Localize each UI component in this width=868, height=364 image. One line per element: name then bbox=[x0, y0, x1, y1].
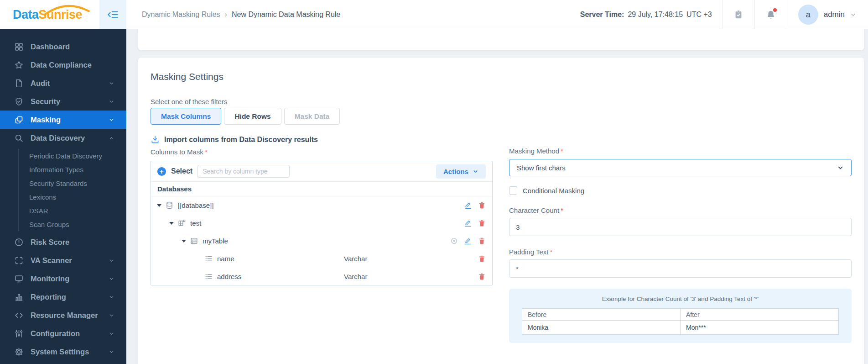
server-time-label: Server Time: bbox=[580, 11, 624, 19]
conditional-masking-checkbox-row[interactable]: Conditional Masking bbox=[509, 186, 852, 195]
conditional-masking-label: Conditional Masking bbox=[523, 187, 584, 195]
edit-icon[interactable] bbox=[464, 201, 472, 210]
actions-button[interactable]: Actions bbox=[436, 164, 486, 179]
chevron-down-icon bbox=[109, 258, 114, 264]
sidebar-item-security[interactable]: Security bbox=[0, 92, 126, 111]
server-time-value: 29 July, 17:48:15 bbox=[628, 11, 683, 19]
data-discovery-submenu: Periodic Data Discovery Information Type… bbox=[18, 149, 126, 231]
sidebar-item-risk-score[interactable]: Risk Score bbox=[0, 233, 126, 251]
sidebar: Dashboard Data Compliance Audit Security bbox=[0, 29, 126, 364]
row-actions bbox=[478, 273, 486, 280]
sidebar-item-security-standards[interactable]: Security Standards bbox=[19, 176, 126, 190]
breadcrumb-separator: › bbox=[225, 11, 227, 19]
sidebar-item-dsar[interactable]: DSAR bbox=[19, 204, 126, 217]
sidebar-item-monitoring[interactable]: Monitoring bbox=[0, 269, 126, 288]
sidebar-item-label: Dashboard bbox=[31, 42, 70, 51]
filter-button-group: Mask Columns Hide Rows Mask Data bbox=[151, 108, 340, 125]
column-icon bbox=[204, 254, 213, 263]
tree-node-name: address bbox=[217, 273, 241, 280]
table-icon bbox=[190, 237, 198, 245]
sidebar-item-va-scanner[interactable]: VA Scanner bbox=[0, 251, 126, 269]
hide-rows-button[interactable]: Hide Rows bbox=[224, 108, 281, 125]
scanner-icon bbox=[14, 256, 24, 265]
table-row[interactable]: test bbox=[151, 214, 492, 232]
tree-node-name: [[database]] bbox=[178, 201, 213, 209]
sidebar-item-masking[interactable]: Masking bbox=[0, 111, 126, 129]
character-count-input[interactable] bbox=[509, 218, 852, 236]
sidebar-item-data-discovery[interactable]: Data Discovery bbox=[0, 129, 126, 147]
chevron-down-icon bbox=[109, 99, 114, 105]
import-columns-label: Import columns from Data Discovery resul… bbox=[164, 136, 318, 144]
import-columns-link[interactable]: Import columns from Data Discovery resul… bbox=[151, 135, 318, 144]
breadcrumb-section[interactable]: Dynamic Masking Rules bbox=[142, 11, 220, 19]
masking-example-box: Example for Character Count of '3' and P… bbox=[509, 289, 852, 343]
delete-icon[interactable] bbox=[478, 237, 486, 245]
preview-eye-icon[interactable] bbox=[450, 237, 458, 245]
sidebar-item-information-types[interactable]: Information Types bbox=[19, 163, 126, 176]
columns-to-mask-label: Columns to Mask* bbox=[151, 148, 208, 156]
sidebar-item-label: Data Discovery bbox=[31, 134, 85, 142]
add-icon[interactable] bbox=[157, 167, 166, 176]
shield-check-icon bbox=[14, 97, 24, 106]
delete-icon[interactable] bbox=[478, 273, 486, 280]
caret-down-icon[interactable] bbox=[157, 204, 161, 207]
page-title: Masking Settings bbox=[151, 71, 223, 82]
example-title: Example for Character Count of '3' and P… bbox=[522, 295, 839, 302]
chevron-down-icon bbox=[109, 117, 114, 123]
search-input[interactable] bbox=[198, 165, 290, 178]
sidebar-item-resource-manager[interactable]: Resource Manager bbox=[0, 306, 126, 324]
required-mark: * bbox=[550, 248, 552, 256]
sidebar-item-dashboard[interactable]: Dashboard bbox=[0, 37, 126, 56]
tasks-button[interactable] bbox=[722, 0, 754, 29]
table-row[interactable]: address Varchar bbox=[151, 268, 492, 285]
checkbox[interactable] bbox=[509, 186, 517, 195]
select-button[interactable]: Select bbox=[171, 167, 192, 175]
table-row[interactable]: myTable bbox=[151, 232, 492, 250]
sidebar-item-data-compliance[interactable]: Data Compliance bbox=[0, 56, 126, 74]
edit-icon[interactable] bbox=[464, 237, 472, 245]
sidebar-item-periodic-data-discovery[interactable]: Periodic Data Discovery bbox=[19, 149, 126, 163]
columns-to-mask-text: Columns to Mask bbox=[151, 148, 203, 156]
grid-icon bbox=[14, 42, 24, 52]
sidebar-collapse-button[interactable] bbox=[99, 0, 126, 29]
user-menu[interactable]: a admin bbox=[787, 0, 868, 29]
mask-data-button[interactable]: Mask Data bbox=[284, 108, 340, 125]
delete-icon[interactable] bbox=[478, 219, 486, 227]
sidebar-item-label: Security bbox=[31, 97, 60, 106]
padding-text-label: Padding Text* bbox=[509, 248, 852, 256]
edit-icon[interactable] bbox=[464, 219, 472, 227]
sidebar-item-lexicons[interactable]: Lexicons bbox=[19, 190, 126, 204]
row-actions bbox=[478, 255, 486, 263]
table-row[interactable]: name Varchar bbox=[151, 250, 492, 268]
chevron-down-icon bbox=[850, 12, 856, 18]
masking-method-select[interactable]: Show first chars bbox=[509, 159, 852, 176]
sidebar-item-label: Risk Score bbox=[31, 238, 69, 247]
caret-down-icon[interactable] bbox=[182, 240, 186, 243]
sidebar-item-audit[interactable]: Audit bbox=[0, 74, 126, 92]
row-actions bbox=[464, 219, 486, 227]
mask-columns-button[interactable]: Mask Columns bbox=[151, 108, 221, 125]
monitor-icon bbox=[14, 274, 24, 284]
sidebar-item-reporting[interactable]: Reporting bbox=[0, 288, 126, 306]
sidebar-item-scan-groups[interactable]: Scan Groups bbox=[19, 217, 126, 231]
example-col-before: Before bbox=[522, 309, 681, 321]
datasunrise-logo[interactable]: DataSunrise bbox=[13, 8, 82, 22]
sliders-icon bbox=[14, 329, 24, 338]
collapse-sidebar-icon bbox=[107, 9, 119, 21]
column-type: Varchar bbox=[344, 255, 367, 263]
columns-to-mask-table: Select Actions Databases [[database]] bbox=[151, 161, 493, 285]
breadcrumb: Dynamic Masking Rules › New Dynamic Data… bbox=[142, 0, 340, 29]
username: admin bbox=[824, 10, 845, 19]
table-row[interactable]: [[database]] bbox=[151, 196, 492, 214]
chevron-down-icon bbox=[109, 276, 114, 282]
delete-icon[interactable] bbox=[478, 255, 486, 263]
sidebar-item-system-settings[interactable]: System Settings bbox=[0, 343, 126, 361]
caret-down-icon[interactable] bbox=[169, 222, 174, 225]
sidebar-item-configuration[interactable]: Configuration bbox=[0, 324, 126, 343]
chevron-down-icon bbox=[109, 331, 114, 337]
required-mark: * bbox=[561, 206, 563, 214]
notifications-button[interactable] bbox=[755, 0, 787, 29]
masking-method-panel: Masking Method* Show first chars Conditi… bbox=[509, 147, 852, 343]
padding-text-input[interactable] bbox=[509, 259, 852, 278]
delete-icon[interactable] bbox=[478, 201, 486, 209]
